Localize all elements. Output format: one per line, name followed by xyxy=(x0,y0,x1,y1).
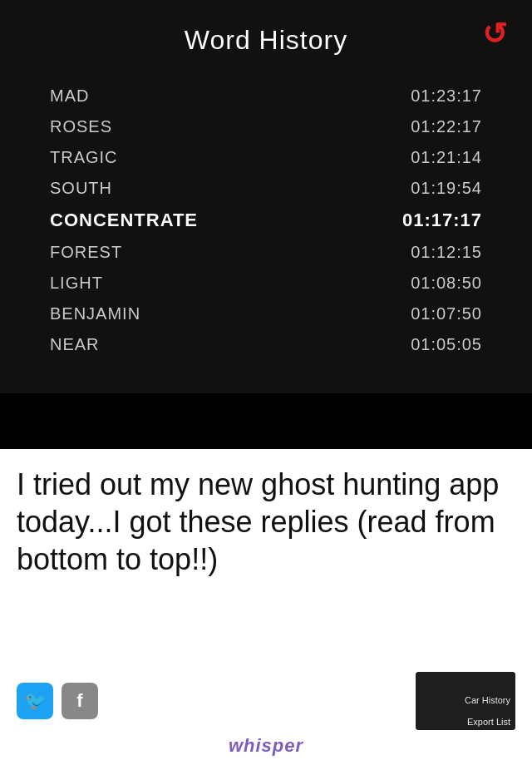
word-row: FOREST01:12:15 xyxy=(50,237,482,268)
word-name: FOREST xyxy=(50,243,122,262)
twitter-icon[interactable]: 🐦 xyxy=(17,683,53,719)
word-time: 01:05:05 xyxy=(411,335,482,354)
thumbnail-top-label: Car History xyxy=(465,695,510,705)
caption-text: I tried out my new ghost hunting app tod… xyxy=(17,466,515,578)
word-row: CONCENTRATE01:17:17 xyxy=(50,204,482,237)
word-time: 01:12:15 xyxy=(411,243,482,262)
word-history-title: Word History xyxy=(50,25,482,56)
word-row: LIGHT01:08:50 xyxy=(50,268,482,299)
reset-icon[interactable]: ↺ xyxy=(482,17,507,52)
word-time: 01:21:14 xyxy=(411,148,482,167)
whisper-logo: whisper xyxy=(17,735,515,757)
caption-section: I tried out my new ghost hunting app tod… xyxy=(0,449,532,765)
word-name: MAD xyxy=(50,86,89,106)
word-row: BENJAMIN01:07:50 xyxy=(50,299,482,329)
word-name: NEAR xyxy=(50,335,100,354)
word-history-panel: ↺ Word History MAD01:23:17ROSES01:22:17T… xyxy=(0,0,532,393)
word-row: MAD01:23:17 xyxy=(50,81,482,111)
word-row: SOUTH01:19:54 xyxy=(50,173,482,204)
word-time: 01:22:17 xyxy=(411,117,482,136)
word-name: ROSES xyxy=(50,117,112,136)
word-time: 01:17:17 xyxy=(402,210,482,231)
word-name: TRAGIC xyxy=(50,148,118,167)
word-time: 01:19:54 xyxy=(411,179,482,198)
word-time: 01:23:17 xyxy=(411,86,482,106)
word-name: CONCENTRATE xyxy=(50,210,198,231)
word-name: BENJAMIN xyxy=(50,304,140,323)
facebook-icon[interactable]: f xyxy=(62,683,98,719)
social-icons: 🐦 f xyxy=(17,683,98,719)
word-time: 01:07:50 xyxy=(411,304,482,323)
word-row: TRAGIC01:21:14 xyxy=(50,142,482,173)
export-list-label: Export List xyxy=(467,717,510,727)
word-name: LIGHT xyxy=(50,274,103,293)
word-row: NEAR01:05:05 xyxy=(50,329,482,360)
word-row: ROSES01:22:17 xyxy=(50,111,482,142)
bottom-bar: 🐦 f Car History Export List xyxy=(17,672,515,730)
car-history-thumbnail[interactable]: Car History Export List xyxy=(416,672,515,730)
word-name: SOUTH xyxy=(50,179,112,198)
word-list: MAD01:23:17ROSES01:22:17TRAGIC01:21:14SO… xyxy=(50,81,482,360)
word-time: 01:08:50 xyxy=(411,274,482,293)
